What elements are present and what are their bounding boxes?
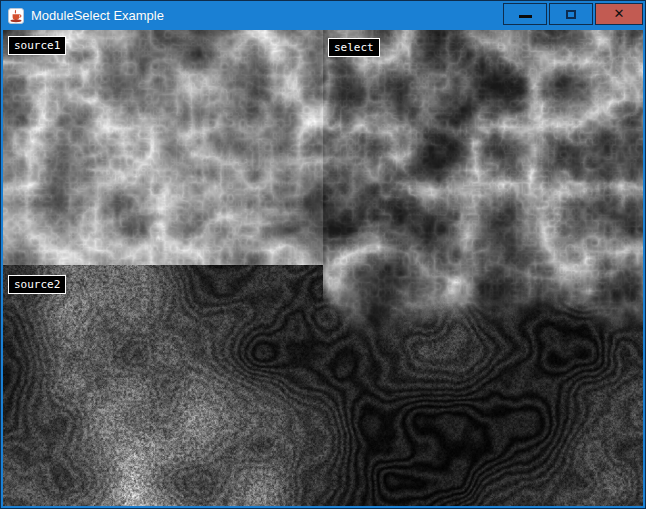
steam-icon [15,10,16,13]
select-label: select [328,38,380,57]
java-app-icon[interactable] [8,8,24,24]
minimize-button[interactable] [503,3,547,25]
window-title: ModuleSelect Example [31,8,164,23]
maximize-button[interactable] [549,3,593,25]
minimize-icon [519,15,532,18]
saucer-icon [10,19,21,22]
maximize-icon [566,10,576,19]
close-button[interactable]: ✕ [595,3,643,25]
source2-label-text: source2 [14,278,60,291]
close-icon: ✕ [614,7,625,20]
source1-label-text: source1 [14,39,60,52]
source2-image [3,265,323,506]
source2-label: source2 [8,275,66,294]
window-controls: ✕ [503,3,643,25]
source1-label: source1 [8,36,66,55]
select-label-text: select [334,41,374,54]
title-bar[interactable]: ModuleSelect Example ✕ [1,1,645,30]
source1-image [3,30,323,265]
render-area: source1 select source2 [3,30,643,506]
app-window: ModuleSelect Example ✕ source1 select so… [0,0,646,509]
cup-icon [13,14,20,20]
